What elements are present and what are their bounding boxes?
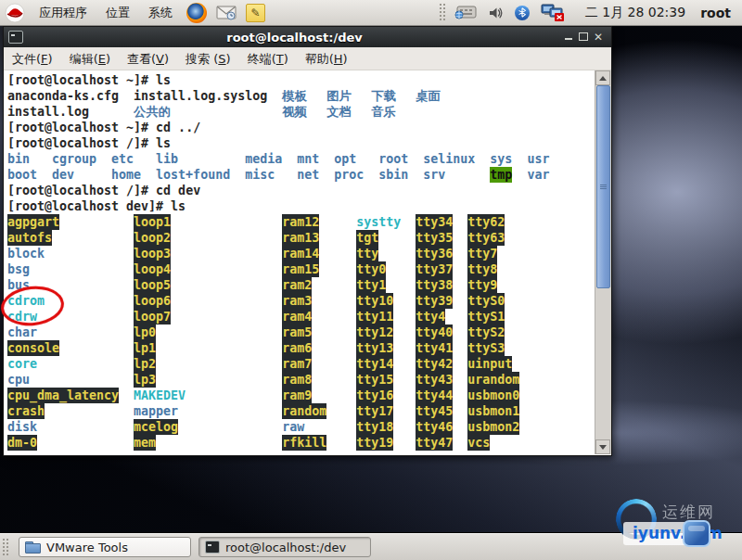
- terminal-text: ram2: [282, 277, 312, 293]
- terminal-text: lp1: [134, 340, 156, 356]
- scrollbar-thumb[interactable]: [596, 85, 610, 288]
- terminal-line: anaconda-ks.cfginstall.log.syslog模板图片下载桌…: [7, 88, 595, 104]
- terminal-text: tty42: [416, 356, 453, 372]
- terminal-text: 模板: [282, 88, 307, 104]
- terminal-text: tty4: [416, 309, 445, 325]
- terminal-text: ram12: [282, 214, 319, 230]
- terminal-text: ram15: [282, 261, 319, 277]
- applet-drag-handle[interactable]: [439, 3, 446, 23]
- window-title: root@localhost:/dev: [28, 31, 561, 45]
- terminal-text: ram4: [282, 309, 312, 325]
- terminal-text: tty38: [416, 277, 453, 293]
- terminal-text: root: [378, 151, 408, 167]
- menu-search[interactable]: 搜索 (S): [177, 48, 239, 70]
- terminal-text: loop6: [134, 293, 171, 309]
- notes-launcher-icon[interactable]: ✎: [246, 4, 265, 22]
- menu-terminal[interactable]: 终端(T): [239, 48, 297, 70]
- terminal-text: crash: [7, 403, 45, 419]
- terminal-text: console: [7, 340, 59, 356]
- terminal-text: usbmon0: [467, 388, 519, 403]
- terminal-text: ram9: [282, 388, 312, 403]
- terminal-text: var: [527, 167, 549, 183]
- window-controls: ✕: [561, 28, 606, 46]
- volume-icon[interactable]: [488, 6, 504, 20]
- terminal-text: ram3: [282, 293, 312, 309]
- terminal-text: cgroup: [52, 151, 96, 167]
- taskbar: VMware Tools root@localhost:/dev: [0, 533, 742, 560]
- redhat-menu-icon[interactable]: [5, 3, 25, 23]
- terminal-text: block: [7, 246, 45, 261]
- terminal-line: cdrwloop7ram4tty11tty4ttyS1: [7, 309, 595, 325]
- terminal-text: tty15: [356, 372, 393, 388]
- terminal-text: 音乐: [371, 104, 396, 120]
- terminal-text: usbmon1: [467, 403, 519, 419]
- terminal-titlebar[interactable]: root@localhost:/dev ✕: [4, 27, 611, 47]
- menu-view[interactable]: 查看(V): [119, 48, 177, 70]
- terminal-text: media: [245, 151, 282, 167]
- terminal-text: tgt: [356, 230, 378, 246]
- terminal-text: ram13: [282, 230, 319, 246]
- keyboard-indicator-icon[interactable]: [454, 6, 477, 19]
- terminal-text: ram5: [282, 325, 312, 340]
- terminal-line: autofsloop2ram13tgttty35tty63: [7, 230, 595, 246]
- terminal-text: [root@localhost ~]# ls: [7, 72, 171, 88]
- terminal-text: mem: [134, 435, 156, 451]
- terminal-text: tty19: [356, 435, 393, 451]
- terminal-line: busloop5ram2tty1tty38tty9: [7, 277, 595, 293]
- terminal-line: [root@localhost /]# cd dev: [7, 183, 595, 198]
- maximize-button[interactable]: [576, 28, 591, 46]
- terminal-line: agpgartloop1ram12systtytty34tty62: [7, 214, 595, 230]
- terminal-text: loop5: [134, 277, 171, 293]
- terminal-text: tty0: [356, 261, 386, 277]
- terminal-text: srv: [423, 167, 445, 183]
- terminal-text: loop4: [134, 261, 171, 277]
- terminal-text: lp3: [134, 372, 156, 388]
- terminal-line: [root@localhost /]# ls: [7, 135, 595, 151]
- panel-clock[interactable]: 二 1月 28 02:39: [585, 5, 685, 21]
- terminal-text: tty40: [416, 325, 453, 340]
- terminal-text: tty14: [356, 356, 393, 372]
- network-status-icon[interactable]: [541, 4, 565, 21]
- terminal-text: vcs: [467, 435, 490, 451]
- terminal-text: tty7: [467, 246, 497, 261]
- terminal-text: boot: [7, 167, 37, 183]
- taskbar-button-vmware-tools[interactable]: VMware Tools: [19, 537, 191, 557]
- terminal-text: ttyS0: [467, 293, 505, 309]
- terminal-text: anaconda-ks.cfg: [7, 88, 119, 104]
- terminal-text: disk: [7, 419, 37, 435]
- menu-system[interactable]: 系统: [139, 1, 182, 25]
- close-button[interactable]: ✕: [591, 28, 606, 46]
- menu-file[interactable]: 文件(F): [4, 48, 61, 70]
- menu-help[interactable]: 帮助(H): [297, 48, 356, 70]
- terminal-text: tty43: [416, 372, 453, 388]
- taskbar-button-terminal[interactable]: root@localhost:/dev: [198, 537, 371, 557]
- panel-user-name[interactable]: root: [700, 6, 731, 20]
- terminal-text: tty63: [467, 230, 505, 246]
- menu-edit[interactable]: 编辑(E): [61, 48, 119, 70]
- minimize-button[interactable]: [561, 28, 576, 46]
- terminal-text: selinux: [423, 151, 475, 167]
- terminal-text: dev: [52, 167, 74, 183]
- terminal-text: loop2: [134, 230, 171, 246]
- terminal-text: autofs: [7, 230, 52, 246]
- terminal-line: cpulp3ram8tty15tty43urandom: [7, 372, 595, 388]
- terminal-text: tty10: [356, 293, 393, 309]
- terminal-text: tty12: [356, 325, 393, 340]
- email-launcher-icon[interactable]: [216, 6, 237, 20]
- bluetooth-icon[interactable]: [515, 6, 530, 20]
- firefox-launcher-icon[interactable]: [186, 3, 207, 23]
- terminal-text: [root@localhost /]# ls: [7, 135, 171, 151]
- terminal-line: consolelp1ram6tty13tty41ttyS3: [7, 340, 595, 356]
- terminal-line: install.log公共的视频文档音乐: [7, 104, 595, 120]
- terminal-line: [root@localhost ~]# ls: [7, 72, 595, 88]
- taskbar-drag-handle[interactable]: [2, 538, 9, 556]
- terminal-text: tty17: [356, 403, 393, 419]
- scroll-up-button[interactable]: [595, 70, 610, 85]
- terminal-text: 图片: [326, 88, 352, 104]
- scroll-down-button[interactable]: [595, 439, 610, 454]
- scrollbar[interactable]: [595, 70, 611, 454]
- menu-applications[interactable]: 应用程序: [30, 1, 96, 25]
- terminal-text: ram7: [282, 356, 312, 372]
- terminal-body[interactable]: [root@localhost ~]# lsanaconda-ks.cfgins…: [4, 70, 611, 454]
- menu-places[interactable]: 位置: [96, 1, 139, 25]
